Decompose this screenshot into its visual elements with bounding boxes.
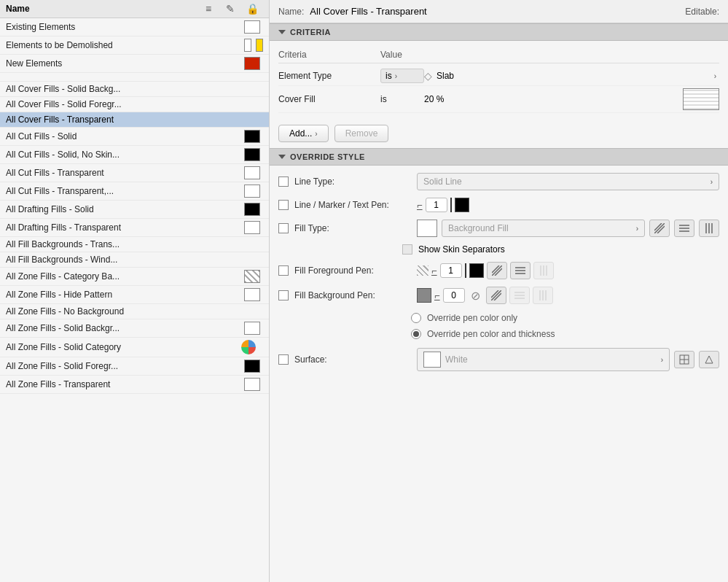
list-item-6[interactable]: All Cut Fills - Transparent,... xyxy=(0,182,269,201)
fg-hatch-btn2[interactable] xyxy=(510,262,531,279)
list-item-2[interactable]: All Cover Fills - Transparent xyxy=(0,112,269,128)
line-marker-color-box[interactable] xyxy=(455,198,469,212)
collapse-override-icon[interactable] xyxy=(278,155,286,159)
list-item-17[interactable]: All Zone Fills - Transparent xyxy=(0,376,269,394)
surface-dropdown[interactable]: White › xyxy=(417,348,670,371)
line-type-dropdown[interactable]: Solid Line › xyxy=(417,173,719,190)
header-name-label: Name xyxy=(6,4,197,14)
override-section-header: OVERRIDE STYLE xyxy=(270,148,728,166)
fill-bg-checkbox[interactable] xyxy=(278,290,289,300)
collapse-icon[interactable] xyxy=(278,30,286,34)
fill-type-checkbox[interactable] xyxy=(278,223,289,233)
chevron-right-icon: › xyxy=(661,356,663,364)
radio-row-1: Override pen color only xyxy=(411,311,555,325)
spacer xyxy=(0,73,269,82)
skin-sep-checkbox[interactable] xyxy=(402,244,412,255)
right-header: Name: All Cover Fills - Transparent Edit… xyxy=(270,0,728,23)
list-item-11[interactable]: All Zone Fills - Category Ba... xyxy=(0,268,269,286)
surface-icon-btn1[interactable] xyxy=(674,351,694,368)
list-item-7[interactable]: All Drafting Fills - Solid xyxy=(0,201,269,219)
line-type-checkbox[interactable] xyxy=(278,176,289,187)
list-item-3[interactable]: All Cut Fills - Solid xyxy=(0,128,269,146)
list-item-12[interactable]: All Zone Fills - Hide Pattern xyxy=(0,286,269,304)
line-marker-label: Line / Marker / Text Pen: xyxy=(294,200,411,210)
cover-fill-pattern-box xyxy=(683,88,719,110)
hatch-fg-icon xyxy=(417,265,428,276)
criteria-row-cover-fill: Cover Fill is 20 % xyxy=(278,86,719,113)
col-empty xyxy=(424,50,719,60)
radio-label-2: Override pen color and thickness xyxy=(427,329,555,339)
pens-colors-row: Override pen color only Override pen col… xyxy=(278,311,719,341)
color-swatch xyxy=(244,378,260,391)
fill-fg-pen-row: Fill Foreground Pen: ⌐ xyxy=(278,262,719,279)
surface-checkbox[interactable] xyxy=(278,354,289,365)
operator-dropdown-1[interactable]: is › xyxy=(380,69,424,83)
color-swatch xyxy=(244,166,260,179)
criteria-title: CRITERIA xyxy=(290,28,331,36)
list-item-demolished[interactable]: Elements to be Demolished xyxy=(0,36,269,55)
list-item-13[interactable]: All Zone Fills - No Background xyxy=(0,304,269,319)
override-content: Line Type: Solid Line › Line / Marker / … xyxy=(270,166,728,379)
color-swatch xyxy=(244,360,260,373)
slab-shape-icon: ◇ xyxy=(424,70,432,82)
list-item-15[interactable]: All Zone Fills - Solid Category xyxy=(0,338,269,357)
fg-hatch-btn1[interactable] xyxy=(487,262,507,279)
list-item-10[interactable]: All Fill Backgrounds - Wind... xyxy=(0,252,269,268)
bg-hatch-btn1[interactable] xyxy=(486,287,506,304)
fill-fg-pen-number[interactable] xyxy=(440,263,462,278)
underline-pen-icon: ⌐ xyxy=(417,200,423,211)
criteria-element-type: Element Type xyxy=(278,71,380,81)
list-item-1[interactable]: All Cover Fills - Solid Foregr... xyxy=(0,97,269,112)
remove-button[interactable]: Remove xyxy=(334,125,389,142)
color-swatch xyxy=(244,322,260,335)
radio-pen-color-only[interactable] xyxy=(411,313,421,323)
color-swatch xyxy=(244,221,260,234)
add-button[interactable]: Add... › xyxy=(278,125,329,142)
fill-bg-gray-box[interactable] xyxy=(417,288,431,303)
list-item-9[interactable]: All Fill Backgrounds - Trans... xyxy=(0,237,269,252)
surface-preview xyxy=(423,352,441,368)
radio-pen-color-thickness[interactable] xyxy=(411,329,421,339)
fill-type-preview xyxy=(417,220,437,237)
color-swatch-white xyxy=(244,39,251,52)
fill-type-control: Background Fill › xyxy=(417,220,719,237)
criteria-section: CRITERIA Criteria Value Element Type is … xyxy=(270,23,728,148)
fill-bg-pen-number[interactable] xyxy=(443,288,465,303)
header-icon2: ✎ xyxy=(219,3,241,15)
bg-hatch-btn2 xyxy=(509,287,530,304)
list-item-14[interactable]: All Zone Fills - Solid Backgr... xyxy=(0,319,269,338)
header-icon1: ≡ xyxy=(197,3,219,15)
line-marker-checkbox[interactable] xyxy=(278,200,289,210)
fill-fg-color-box[interactable] xyxy=(469,263,484,278)
name-label: Name: xyxy=(278,7,304,17)
chevron-right-icon: › xyxy=(395,72,397,80)
criteria-buttons: Add... › Remove xyxy=(270,119,728,148)
surface-control: White › xyxy=(417,348,719,371)
line-marker-pen-number[interactable] xyxy=(426,198,447,212)
list-item-0[interactable]: All Cover Fills - Solid Backg... xyxy=(0,82,269,97)
list-item-existing[interactable]: Existing Elements xyxy=(0,18,269,36)
left-panel: Name ≡ ✎ 🔒 Existing Elements Elements to… xyxy=(0,0,270,582)
fill-type-dropdown[interactable]: Background Fill › xyxy=(442,220,645,237)
override-style-section: OVERRIDE STYLE Line Type: Solid Line › L… xyxy=(270,148,728,379)
line-marker-control: ⌐ xyxy=(417,198,719,212)
chevron-down-icon: › xyxy=(711,178,713,186)
fill-fg-checkbox[interactable] xyxy=(278,265,289,276)
chevron-right-icon: › xyxy=(636,225,638,233)
list-item-5[interactable]: All Cut Fills - Transparent xyxy=(0,164,269,182)
bg-hatch-btn3 xyxy=(533,287,553,304)
list-item-4[interactable]: All Cut Fills - Solid, No Skin... xyxy=(0,146,269,164)
hatch-icon-btn2[interactable] xyxy=(674,220,694,237)
line-marker-row: Line / Marker / Text Pen: ⌐ xyxy=(278,198,719,212)
surface-icon-btn2[interactable] xyxy=(699,351,719,368)
list-item-8[interactable]: All Drafting Fills - Transparent xyxy=(0,219,269,237)
surface-label: Surface: xyxy=(294,354,411,365)
hatch-icon-btn3[interactable] xyxy=(699,220,719,237)
line-type-row: Line Type: Solid Line › xyxy=(278,173,719,190)
list-item-16[interactable]: All Zone Fills - Solid Foregr... xyxy=(0,357,269,376)
hatch-icon-btn1[interactable] xyxy=(649,220,670,237)
radio-label-1: Override pen color only xyxy=(427,313,517,323)
fg-hatch-btn3 xyxy=(533,262,554,279)
list-item-new[interactable]: New Elements xyxy=(0,55,269,73)
criteria-row-element-type: Element Type is › ◇ Slab › xyxy=(278,66,719,86)
